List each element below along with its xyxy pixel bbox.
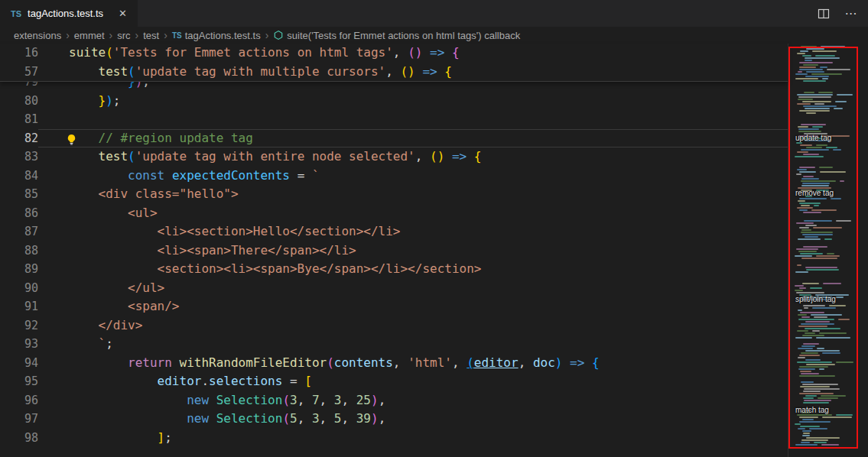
minimap-line [799, 198, 827, 199]
code-line[interactable]: 92 </div> [0, 316, 788, 335]
minimap-line [818, 92, 833, 93]
typescript-file-icon: TS [11, 9, 21, 18]
line-number[interactable]: 93 [0, 335, 38, 354]
breadcrumb-item[interactable]: test [143, 30, 159, 41]
line-number[interactable]: 97 [0, 410, 38, 429]
line-number[interactable]: 16 [0, 44, 38, 63]
code-line[interactable]: 84 const expectedContents = ` [0, 167, 788, 186]
editor-lines[interactable]: 79 });80 });8182 // #region update tag83… [0, 82, 788, 457]
line-number[interactable]: 83 [0, 147, 38, 167]
minimap-line [796, 222, 814, 224]
minimap-line [813, 227, 842, 228]
minimap-line [799, 203, 821, 204]
code-editor[interactable]: 16suite('Tests for Emmet actions on html… [0, 44, 788, 457]
glyph-margin [38, 222, 69, 241]
minimap-line [821, 395, 846, 397]
minimap-line [799, 227, 809, 228]
breadcrumb-item[interactable]: TStagActions.test.ts [172, 30, 261, 41]
code-line[interactable]: 80 }); [0, 92, 788, 111]
close-icon[interactable]: ✕ [119, 8, 127, 19]
minimap-line [803, 391, 821, 392]
breadcrumb-separator-icon: › [265, 29, 270, 41]
line-number[interactable]: 81 [0, 110, 38, 129]
breadcrumb-item-label: tagActions.test.ts [185, 30, 261, 41]
code-line[interactable]: 57 test('update tag with multiple cursor… [0, 63, 788, 82]
minimap-line [797, 169, 807, 170]
code-text: <section><li><span>Bye</span></li></sect… [69, 260, 481, 279]
more-actions-icon[interactable]: ⋯ [844, 6, 859, 21]
minimap-line [820, 66, 827, 68]
line-number[interactable]: 92 [0, 316, 38, 335]
line-number[interactable]: 57 [0, 63, 38, 82]
code-text: `; [69, 335, 113, 354]
code-line[interactable]: 98 ]; [0, 429, 788, 448]
breadcrumb-separator-icon: › [163, 29, 168, 41]
code-line[interactable]: 87 <li><section>Hello</section></li> [0, 222, 788, 241]
minimap-line [798, 131, 821, 132]
sticky-scroll[interactable]: 16suite('Tests for Emmet actions on html… [0, 44, 788, 82]
minimap-line [795, 78, 818, 79]
line-number[interactable]: 96 [0, 391, 38, 410]
minimap-line [822, 416, 852, 418]
glyph-margin [38, 410, 69, 429]
minimap-line [800, 386, 830, 387]
code-line[interactable]: 90 </ul> [0, 279, 788, 298]
minimap-line [831, 198, 841, 199]
code-line[interactable]: 97 new Selection(5, 3, 5, 39), [0, 410, 788, 429]
minimap-line [800, 144, 812, 146]
minimap[interactable]: update tagremove tagsplit/join tagmatch … [792, 44, 858, 457]
code-line[interactable]: 79 }); [0, 82, 788, 92]
code-line[interactable]: 91 <span/> [0, 297, 788, 316]
line-number[interactable]: 82 [0, 129, 38, 148]
minimap-line [795, 271, 808, 273]
minimap-line [805, 57, 840, 59]
code-line[interactable]: 86 <ul> [0, 204, 788, 223]
line-number[interactable]: 88 [0, 241, 38, 261]
minimap-line [796, 142, 802, 144]
glyph-margin [38, 129, 69, 148]
minimap-line [798, 200, 805, 202]
code-line[interactable]: 85 <div class="hello"> [0, 185, 788, 204]
line-number[interactable]: 85 [0, 185, 38, 204]
breadcrumb-item-label: src [117, 30, 130, 41]
code-line[interactable]: 96 new Selection(3, 7, 3, 25), [0, 391, 788, 410]
code-line[interactable]: 89 <section><li><span>Bye</span></li></s… [0, 260, 788, 279]
code-line[interactable]: 81 [0, 110, 788, 129]
code-line[interactable]: 93 `; [0, 335, 788, 354]
code-line[interactable]: 95 editor.selections = [ [0, 372, 788, 391]
code-line[interactable]: 88 <li><span>There</span></li> [0, 241, 788, 261]
line-number[interactable]: 84 [0, 167, 38, 186]
minimap-line [798, 348, 813, 349]
line-number[interactable]: 98 [0, 429, 38, 448]
breadcrumb-item-label: emmet [74, 30, 105, 41]
breadcrumb-item[interactable]: extensions [14, 30, 61, 41]
line-number[interactable]: 86 [0, 204, 38, 223]
line-number[interactable]: 94 [0, 354, 38, 373]
line-number[interactable]: 80 [0, 92, 38, 111]
code-text: <li><section>Hello</section></li> [69, 222, 400, 241]
line-number[interactable]: 79 [0, 82, 38, 92]
code-line[interactable]: 94 return withRandomFileEditor(contents,… [0, 354, 788, 373]
line-number[interactable]: 95 [0, 372, 38, 391]
code-line[interactable]: 82 // #region update tag [0, 129, 788, 148]
minimap-line [814, 442, 827, 443]
code-line[interactable]: 16suite('Tests for Emmet actions on html… [0, 44, 788, 63]
breadcrumb-item[interactable]: src [117, 30, 130, 41]
split-editor-icon[interactable] [816, 6, 831, 21]
minimap-line [805, 267, 837, 268]
line-number[interactable]: 91 [0, 297, 38, 316]
minimap-line [797, 103, 811, 105]
breadcrumb-item[interactable]: suite('Tests for Emmet actions on html t… [273, 30, 520, 41]
line-number[interactable]: 87 [0, 222, 38, 241]
line-number[interactable]: 90 [0, 279, 38, 298]
minimap-line [797, 94, 833, 96]
breadcrumb-item[interactable]: emmet [74, 30, 105, 41]
code-line[interactable]: 83 test('update tag with entire node sel… [0, 147, 788, 167]
minimap-line [797, 151, 808, 153]
minimap-line [814, 316, 827, 318]
tab-tagactions-test[interactable]: TS tagActions.test.ts ✕ [0, 0, 138, 27]
minimap-line [802, 283, 819, 284]
line-number[interactable]: 89 [0, 260, 38, 279]
minimap-line [799, 287, 806, 289]
minimap-line [804, 388, 840, 390]
